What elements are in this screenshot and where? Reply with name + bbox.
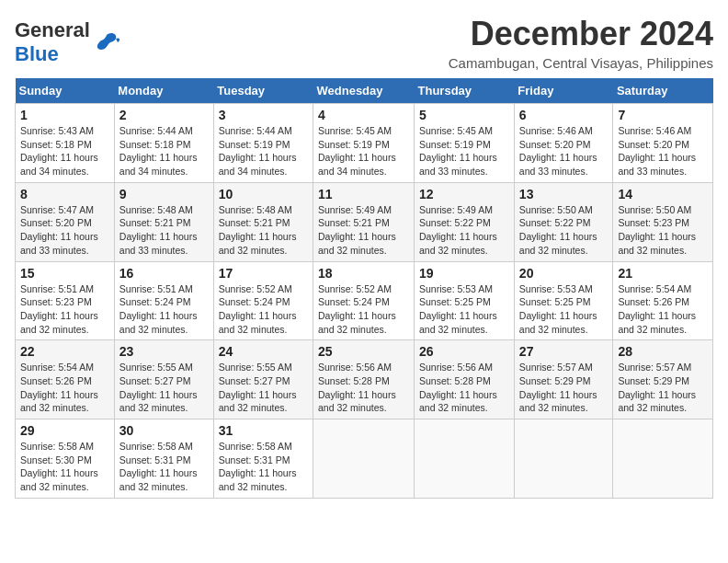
day-number: 18 — [318, 266, 409, 281]
day-info: Sunrise: 5:48 AM Sunset: 5:21 PM Dayligh… — [219, 203, 308, 258]
day-number: 16 — [119, 266, 209, 281]
day-info: Sunrise: 5:57 AM Sunset: 5:29 PM Dayligh… — [618, 361, 708, 415]
day-number: 2 — [119, 108, 209, 122]
calendar-cell: 17 Sunrise: 5:52 AM Sunset: 5:24 PM Dayl… — [213, 261, 313, 340]
day-info: Sunrise: 5:57 AM Sunset: 5:29 PM Dayligh… — [519, 361, 609, 415]
day-number: 15 — [20, 266, 109, 281]
calendar-cell: 21 Sunrise: 5:54 AM Sunset: 5:26 PM Dayl… — [613, 261, 713, 340]
calendar-cell: 22 Sunrise: 5:54 AM Sunset: 5:26 PM Dayl… — [16, 340, 115, 419]
day-number: 19 — [419, 266, 509, 281]
day-info: Sunrise: 5:44 AM Sunset: 5:19 PM Dayligh… — [219, 124, 308, 178]
header-sunday: Sunday — [16, 78, 115, 104]
header-friday: Friday — [514, 78, 613, 104]
day-info: Sunrise: 5:50 AM Sunset: 5:22 PM Dayligh… — [519, 203, 609, 258]
calendar-cell: 19 Sunrise: 5:53 AM Sunset: 5:25 PM Dayl… — [415, 261, 515, 340]
day-info: Sunrise: 5:51 AM Sunset: 5:23 PM Dayligh… — [20, 282, 109, 337]
day-info: Sunrise: 5:55 AM Sunset: 5:27 PM Dayligh… — [119, 361, 209, 415]
day-info: Sunrise: 5:45 AM Sunset: 5:19 PM Dayligh… — [318, 124, 409, 178]
logo-text: General Blue — [15, 18, 90, 66]
day-number: 22 — [20, 344, 109, 359]
calendar-cell — [313, 419, 415, 499]
calendar-week-row: 8 Sunrise: 5:47 AM Sunset: 5:20 PM Dayli… — [16, 182, 713, 261]
day-number: 23 — [119, 344, 209, 359]
logo: General Blue — [15, 18, 119, 66]
day-number: 1 — [20, 108, 109, 122]
calendar-cell: 25 Sunrise: 5:56 AM Sunset: 5:28 PM Dayl… — [313, 340, 415, 419]
logo-bird-icon — [94, 29, 119, 55]
day-number: 9 — [119, 187, 209, 201]
day-number: 26 — [419, 344, 509, 359]
calendar-cell: 12 Sunrise: 5:49 AM Sunset: 5:22 PM Dayl… — [415, 182, 515, 261]
calendar-cell: 20 Sunrise: 5:53 AM Sunset: 5:25 PM Dayl… — [514, 261, 613, 340]
day-number: 31 — [219, 423, 308, 438]
calendar-cell: 8 Sunrise: 5:47 AM Sunset: 5:20 PM Dayli… — [16, 182, 115, 261]
day-info: Sunrise: 5:53 AM Sunset: 5:25 PM Dayligh… — [519, 282, 609, 337]
day-number: 11 — [318, 187, 409, 201]
calendar-cell: 26 Sunrise: 5:56 AM Sunset: 5:28 PM Dayl… — [415, 340, 515, 419]
day-info: Sunrise: 5:44 AM Sunset: 5:18 PM Dayligh… — [119, 124, 209, 178]
day-number: 14 — [618, 187, 708, 201]
header-wednesday: Wednesday — [313, 78, 415, 104]
calendar-cell: 5 Sunrise: 5:45 AM Sunset: 5:19 PM Dayli… — [415, 104, 515, 183]
calendar-cell: 10 Sunrise: 5:48 AM Sunset: 5:21 PM Dayl… — [213, 182, 313, 261]
day-info: Sunrise: 5:58 AM Sunset: 5:30 PM Dayligh… — [20, 440, 109, 494]
page-header: General Blue December 2024 Camambugan, C… — [15, 15, 713, 71]
calendar-cell: 7 Sunrise: 5:46 AM Sunset: 5:20 PM Dayli… — [613, 104, 713, 183]
calendar-cell: 30 Sunrise: 5:58 AM Sunset: 5:31 PM Dayl… — [114, 419, 213, 499]
day-info: Sunrise: 5:46 AM Sunset: 5:20 PM Dayligh… — [618, 124, 708, 178]
day-info: Sunrise: 5:54 AM Sunset: 5:26 PM Dayligh… — [20, 361, 109, 415]
day-info: Sunrise: 5:47 AM Sunset: 5:20 PM Dayligh… — [20, 203, 109, 258]
day-info: Sunrise: 5:52 AM Sunset: 5:24 PM Dayligh… — [318, 282, 409, 337]
day-number: 20 — [519, 266, 609, 281]
calendar-cell: 27 Sunrise: 5:57 AM Sunset: 5:29 PM Dayl… — [514, 340, 613, 419]
calendar-week-row: 29 Sunrise: 5:58 AM Sunset: 5:30 PM Dayl… — [16, 419, 713, 499]
calendar-cell: 4 Sunrise: 5:45 AM Sunset: 5:19 PM Dayli… — [313, 104, 415, 183]
calendar-cell: 18 Sunrise: 5:52 AM Sunset: 5:24 PM Dayl… — [313, 261, 415, 340]
day-number: 24 — [219, 344, 308, 359]
day-number: 21 — [618, 266, 708, 281]
calendar-cell: 15 Sunrise: 5:51 AM Sunset: 5:23 PM Dayl… — [16, 261, 115, 340]
calendar-cell — [415, 419, 515, 499]
calendar-cell: 28 Sunrise: 5:57 AM Sunset: 5:29 PM Dayl… — [613, 340, 713, 419]
calendar-cell: 16 Sunrise: 5:51 AM Sunset: 5:24 PM Dayl… — [114, 261, 213, 340]
day-number: 7 — [618, 108, 708, 122]
day-info: Sunrise: 5:48 AM Sunset: 5:21 PM Dayligh… — [119, 203, 209, 258]
day-info: Sunrise: 5:49 AM Sunset: 5:22 PM Dayligh… — [419, 203, 509, 258]
header-thursday: Thursday — [415, 78, 515, 104]
calendar-cell: 13 Sunrise: 5:50 AM Sunset: 5:22 PM Dayl… — [514, 182, 613, 261]
header-monday: Monday — [114, 78, 213, 104]
calendar-cell: 9 Sunrise: 5:48 AM Sunset: 5:21 PM Dayli… — [114, 182, 213, 261]
day-number: 10 — [219, 187, 308, 201]
day-info: Sunrise: 5:58 AM Sunset: 5:31 PM Dayligh… — [219, 440, 308, 494]
day-info: Sunrise: 5:58 AM Sunset: 5:31 PM Dayligh… — [119, 440, 209, 494]
day-number: 6 — [519, 108, 609, 122]
header-tuesday: Tuesday — [213, 78, 313, 104]
calendar-cell: 2 Sunrise: 5:44 AM Sunset: 5:18 PM Dayli… — [114, 104, 213, 183]
day-number: 13 — [519, 187, 609, 201]
day-number: 25 — [318, 344, 409, 359]
day-info: Sunrise: 5:55 AM Sunset: 5:27 PM Dayligh… — [219, 361, 308, 415]
calendar-cell: 3 Sunrise: 5:44 AM Sunset: 5:19 PM Dayli… — [213, 104, 313, 183]
day-info: Sunrise: 5:54 AM Sunset: 5:26 PM Dayligh… — [618, 282, 708, 337]
calendar-cell: 1 Sunrise: 5:43 AM Sunset: 5:18 PM Dayli… — [16, 104, 115, 183]
calendar-table: Sunday Monday Tuesday Wednesday Thursday… — [15, 78, 713, 499]
day-number: 28 — [618, 344, 708, 359]
day-info: Sunrise: 5:52 AM Sunset: 5:24 PM Dayligh… — [219, 282, 308, 337]
calendar-cell: 11 Sunrise: 5:49 AM Sunset: 5:21 PM Dayl… — [313, 182, 415, 261]
day-info: Sunrise: 5:56 AM Sunset: 5:28 PM Dayligh… — [419, 361, 509, 415]
day-number: 29 — [20, 423, 109, 438]
calendar-cell — [514, 419, 613, 499]
calendar-week-row: 1 Sunrise: 5:43 AM Sunset: 5:18 PM Dayli… — [16, 104, 713, 183]
day-info: Sunrise: 5:49 AM Sunset: 5:21 PM Dayligh… — [318, 203, 409, 258]
title-area: December 2024 Camambugan, Central Visaya… — [449, 15, 713, 71]
day-number: 12 — [419, 187, 509, 201]
calendar-cell: 24 Sunrise: 5:55 AM Sunset: 5:27 PM Dayl… — [213, 340, 313, 419]
month-title: December 2024 — [449, 15, 713, 53]
calendar-cell — [613, 419, 713, 499]
calendar-week-row: 22 Sunrise: 5:54 AM Sunset: 5:26 PM Dayl… — [16, 340, 713, 419]
day-info: Sunrise: 5:56 AM Sunset: 5:28 PM Dayligh… — [318, 361, 409, 415]
calendar-header-row: Sunday Monday Tuesday Wednesday Thursday… — [16, 78, 713, 104]
calendar-cell: 31 Sunrise: 5:58 AM Sunset: 5:31 PM Dayl… — [213, 419, 313, 499]
day-info: Sunrise: 5:45 AM Sunset: 5:19 PM Dayligh… — [419, 124, 509, 178]
header-saturday: Saturday — [613, 78, 713, 104]
